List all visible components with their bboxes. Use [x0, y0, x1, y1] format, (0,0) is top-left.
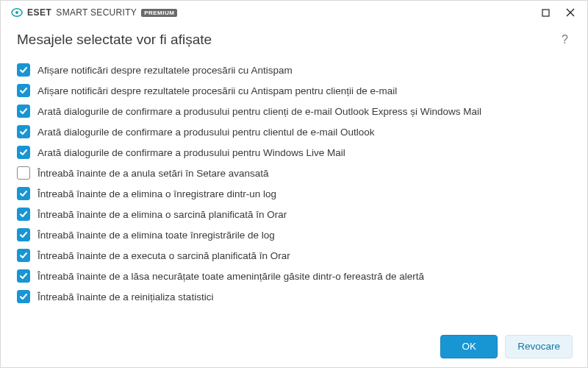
checkbox[interactable]: [17, 125, 30, 138]
list-item: Întreabă înainte de a lăsa necurățate to…: [15, 266, 573, 286]
ok-button[interactable]: OK: [440, 335, 498, 358]
dialog-header: Mesajele selectate vor fi afișate ?: [1, 24, 587, 60]
close-button[interactable]: [559, 4, 581, 21]
checkbox[interactable]: [17, 269, 30, 283]
cancel-button[interactable]: Revocare: [505, 335, 573, 358]
list-item-label: Întreabă înainte de a lăsa necurățate to…: [37, 271, 424, 282]
list-item: Afișare notificări despre rezultatele pr…: [15, 60, 573, 80]
list-item: Arată dialogurile de confirmare a produs…: [15, 142, 573, 163]
list-item: Întreabă înainte de a executa o sarcină …: [15, 245, 573, 266]
list-item: Arată dialogurile de confirmare a produs…: [15, 121, 573, 142]
checkbox[interactable]: [17, 105, 30, 118]
checkbox[interactable]: [17, 63, 30, 77]
list-item-label: Arată dialogurile de confirmare a produs…: [37, 147, 345, 158]
checkbox[interactable]: [17, 208, 30, 221]
list-item-label: Arată dialogurile de confirmare a produs…: [37, 127, 375, 138]
list-item-label: Întreabă înainte de a reinițializa stati…: [37, 291, 213, 302]
list-item: Arată dialogurile de confirmare a produs…: [15, 101, 573, 121]
dialog-window: ESET SMART SECURITY PREMIUM Mesajele sel…: [0, 0, 588, 368]
list-item-label: Afișare notificări despre rezultatele pr…: [37, 85, 397, 96]
list-item: Întreabă înainte de a elimina toate înre…: [15, 224, 573, 245]
list-item-label: Întreabă înainte de a anula setări în Se…: [37, 168, 268, 179]
list-item: Întreabă înainte de a elimina o sarcină …: [15, 204, 573, 224]
checkbox[interactable]: [17, 228, 30, 241]
messages-list[interactable]: Afișare notificări despre rezultatele pr…: [15, 60, 577, 325]
list-item: Afișare notificări despre rezultatele pr…: [15, 80, 573, 101]
maximize-button[interactable]: [534, 4, 556, 21]
titlebar: ESET SMART SECURITY PREMIUM: [1, 1, 587, 24]
svg-rect-2: [542, 10, 549, 16]
list-item-label: Întreabă înainte de a elimina o înregist…: [37, 188, 276, 199]
brand-company: ESET: [27, 7, 51, 18]
help-icon[interactable]: ?: [559, 30, 571, 49]
list-item: Întreabă înainte de a anula setări în Se…: [15, 163, 573, 183]
brand: ESET SMART SECURITY PREMIUM: [11, 7, 177, 18]
svg-point-1: [15, 11, 18, 14]
page-title: Mesajele selectate vor fi afișate: [17, 32, 559, 48]
window-controls: [534, 4, 581, 21]
checkbox[interactable]: [17, 249, 30, 262]
checkbox[interactable]: [17, 290, 30, 303]
list-item-label: Întreabă înainte de a elimina o sarcină …: [37, 209, 287, 220]
dialog-footer: OK Revocare: [1, 325, 587, 367]
list-item-label: Întreabă înainte de a executa o sarcină …: [37, 250, 290, 261]
list-item-label: Arată dialogurile de confirmare a produs…: [37, 106, 481, 117]
checkbox[interactable]: [17, 146, 30, 159]
checkbox[interactable]: [17, 187, 30, 200]
checkbox[interactable]: [17, 84, 30, 97]
list-item: Întreabă înainte de a reinițializa stati…: [15, 286, 573, 307]
list-item-label: Întreabă înainte de a elimina toate înre…: [37, 230, 275, 241]
brand-edition-badge: PREMIUM: [141, 9, 177, 17]
list-item: Întreabă înainte de a elimina o înregist…: [15, 183, 573, 204]
checkbox[interactable]: [17, 166, 30, 180]
eset-logo-icon: [11, 7, 23, 18]
brand-product: SMART SECURITY: [56, 7, 137, 18]
list-item-label: Afișare notificări despre rezultatele pr…: [37, 65, 293, 76]
